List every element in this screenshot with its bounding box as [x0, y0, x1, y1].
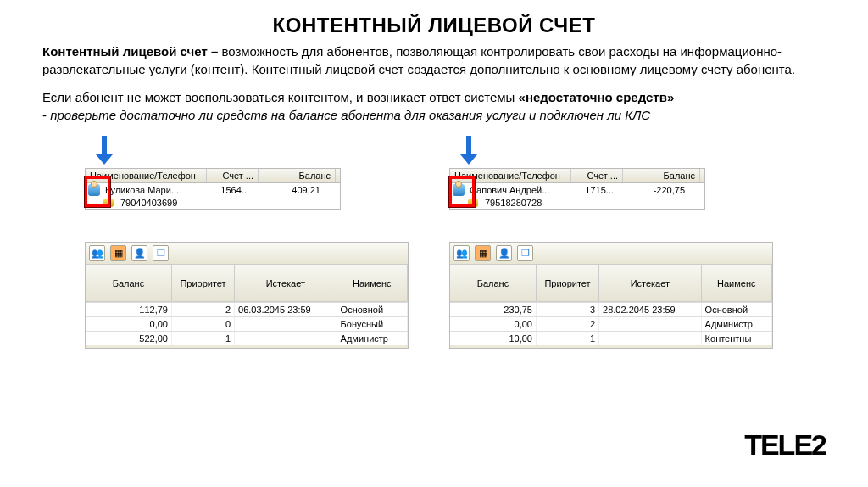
grid-row[interactable]: 522,00 1 Администр	[86, 331, 408, 345]
tele2-logo: TELE2	[744, 428, 826, 462]
arrow-down-icon	[95, 136, 114, 166]
grid-row[interactable]: 0,00 2 Администр	[450, 316, 772, 331]
toolbar-icon-4[interactable]: ❐	[517, 245, 533, 261]
toolbar-icon-3[interactable]: 👤	[496, 245, 512, 261]
toolbar-icon-1[interactable]: 👥	[453, 245, 470, 261]
subscriber-account: 1564...	[205, 185, 251, 195]
toolbar-icon-4[interactable]: ❐	[153, 245, 169, 261]
grid-col-expires: Истекает	[235, 265, 337, 302]
person-icon	[453, 184, 465, 196]
balance-grid-panel: 👥 ▦ 👤 ❐ Баланс Приоритет Истекает Наимен…	[85, 242, 409, 349]
grid-toolbar: 👥 ▦ 👤 ❐	[86, 243, 408, 265]
col-account: Счет ...	[207, 169, 259, 182]
subscriber-name: Сапович Андрей...	[468, 185, 570, 195]
desc-p3: проверьте достаточно ли средств на балан…	[50, 108, 650, 122]
phone-number: 79518280728	[483, 198, 543, 208]
desc-p3-dash: -	[42, 108, 50, 122]
subscriber-balance: -220,75	[615, 185, 687, 195]
desc-p2-bold: «недостаточно средств»	[519, 90, 675, 104]
subscriber-balance: 409,21	[251, 185, 322, 195]
desc-lead: Контентный лицевой счет –	[42, 44, 221, 59]
subscriber-account: 1715...	[570, 185, 615, 195]
grid-col-name: Наименс	[337, 265, 408, 302]
page-title: КОНТЕНТНЫЙ ЛИЦЕВОЙ СЧЕТ	[0, 14, 868, 37]
grid-col-name: Наименс	[702, 265, 772, 302]
subscriber-panel: Наименование/Телефон Счет ... Баланс Сап…	[449, 168, 705, 210]
right-column: Наименование/Телефон Счет ... Баланс Сап…	[449, 139, 780, 349]
grid-col-priority: Приоритет	[537, 265, 599, 302]
grid-col-expires: Истекает	[599, 265, 702, 302]
subscriber-row[interactable]: Куликова Мари... 1564... 409,21	[86, 183, 340, 197]
subscriber-name: Куликова Мари...	[103, 185, 205, 195]
balance-grid-panel: 👥 ▦ 👤 ❐ Баланс Приоритет Истекает Наимен…	[449, 242, 773, 349]
description-block: Контентный лицевой счет – возможность дл…	[42, 42, 817, 124]
person-icon	[88, 184, 100, 196]
phone-row[interactable]: 79040403699	[86, 197, 340, 209]
subscriber-row[interactable]: Сапович Андрей... 1715... -220,75	[450, 183, 704, 197]
phone-number: 79040403699	[119, 198, 179, 208]
phone-row[interactable]: 79518280728	[450, 197, 704, 209]
grid-row[interactable]: 0,00 0 Бонусный	[86, 316, 408, 331]
col-balance: Баланс	[623, 169, 700, 182]
toolbar-icon-1[interactable]: 👥	[89, 245, 105, 261]
toolbar-icon-3[interactable]: 👤	[131, 245, 147, 261]
col-balance: Баланс	[259, 169, 336, 182]
grid-col-balance: Баланс	[450, 265, 537, 302]
arrow-down-icon	[459, 136, 478, 166]
toolbar-icon-2[interactable]: ▦	[475, 245, 491, 261]
grid-col-balance: Баланс	[86, 265, 172, 302]
grid-row[interactable]: 10,00 1 Контентны	[450, 331, 772, 345]
col-account: Счет ...	[571, 169, 623, 182]
grid-row[interactable]: -230,75 3 28.02.2045 23:59 Основной	[450, 302, 772, 316]
subscriber-panel: Наименование/Телефон Счет ... Баланс Кул…	[85, 168, 341, 210]
grid-row[interactable]: -112,79 2 06.03.2045 23:59 Основной	[86, 302, 408, 316]
toolbar-icon-2[interactable]: ▦	[110, 245, 126, 261]
desc-p2: Если абонент не может воспользоваться ко…	[42, 90, 519, 104]
grid-toolbar: 👥 ▦ 👤 ❐	[450, 243, 772, 265]
left-column: Наименование/Телефон Счет ... Баланс Кул…	[85, 139, 415, 349]
grid-col-priority: Приоритет	[172, 265, 235, 302]
